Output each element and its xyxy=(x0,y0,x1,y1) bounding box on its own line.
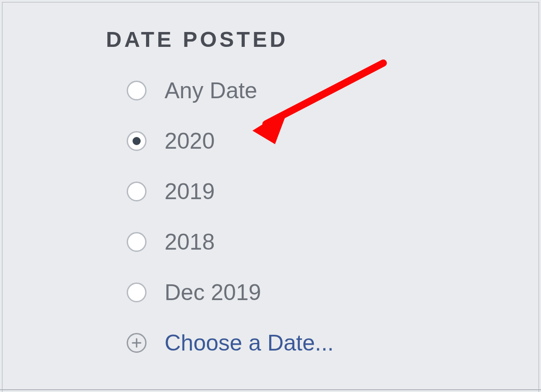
option-2018[interactable]: 2018 xyxy=(106,217,334,267)
option-any-date[interactable]: Any Date xyxy=(106,65,334,116)
option-2019[interactable]: 2019 xyxy=(106,166,334,217)
option-2020[interactable]: 2020 xyxy=(106,116,334,166)
option-label: Any Date xyxy=(165,77,257,104)
option-label: Dec 2019 xyxy=(165,279,261,305)
option-label: 2020 xyxy=(165,128,215,154)
option-label: 2019 xyxy=(165,178,215,205)
panel-bottom-line xyxy=(0,389,541,390)
choose-date-label: Choose a Date... xyxy=(165,330,334,356)
radio-icon xyxy=(127,283,147,302)
radio-icon xyxy=(127,131,147,151)
choose-date-link[interactable]: Choose a Date... xyxy=(106,318,334,368)
date-posted-filter: DATE POSTED Any Date 2020 2019 2018 Dec … xyxy=(106,27,334,368)
filter-heading: DATE POSTED xyxy=(106,27,334,52)
radio-icon xyxy=(127,81,147,100)
option-label: 2018 xyxy=(165,229,215,255)
radio-icon xyxy=(127,182,147,201)
radio-icon xyxy=(127,232,147,252)
option-dec-2019[interactable]: Dec 2019 xyxy=(106,267,334,318)
plus-icon xyxy=(127,333,147,353)
